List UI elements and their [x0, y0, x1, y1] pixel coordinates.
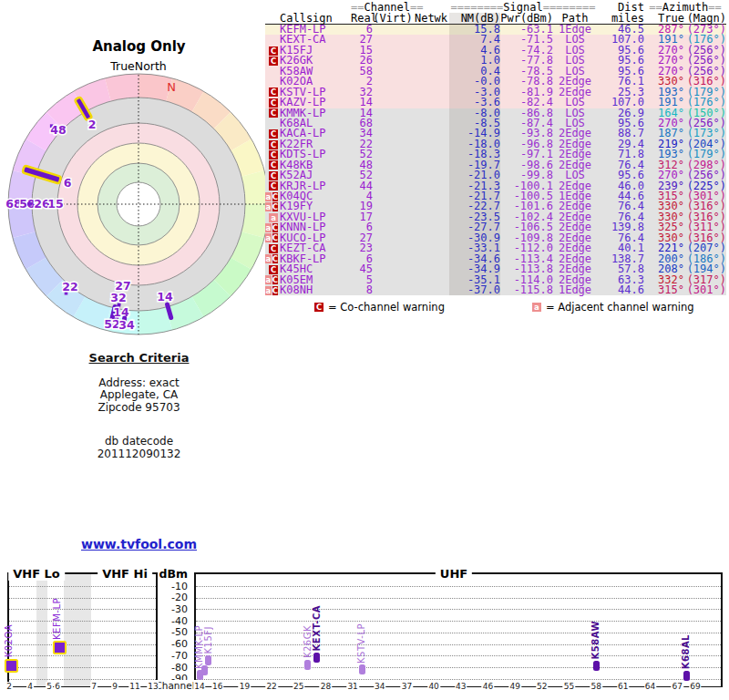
warning-markers: C [265, 88, 280, 98]
cell-network [413, 275, 449, 285]
channel-tick-label: 31 [346, 682, 358, 691]
warning-markers: C [265, 129, 280, 139]
cell-network [413, 25, 449, 35]
warning-markers [265, 25, 280, 35]
search-zipcode: Zipcode 95703 [27, 402, 251, 415]
gridline [9, 621, 156, 622]
station-channel-label: 32 [110, 291, 126, 304]
compass-sector [105, 74, 139, 101]
signal-bar-label: K15FJ [203, 626, 213, 654]
dbm-tick-label: -40 [157, 615, 188, 627]
cell-virt-channel [373, 285, 413, 295]
gridline [9, 598, 156, 599]
channel-tick-label: 25 [293, 682, 304, 691]
dbm-tick-label: -50 [157, 626, 188, 638]
cell-network [413, 160, 449, 170]
signal-table: ==Channel== ========Signal======== Dist … [265, 2, 726, 295]
signal-bar-label: KEXT-CA [312, 605, 322, 651]
co-channel-icon: C [272, 202, 279, 211]
adjacent-channel-icon: a [265, 233, 272, 242]
channel-tick-label: 13 [147, 682, 159, 691]
adjacent-channel-icon: a [265, 254, 272, 263]
co-channel-icon: C [269, 98, 278, 108]
table-body: KEFM-LP615.8-63.11Edge46.5287°(273°)KEXT… [265, 25, 726, 295]
warning-markers: C [265, 139, 280, 149]
gridline [196, 586, 721, 587]
tvfool-report: Analog Only TrueNorthN248668582615222732… [0, 0, 729, 700]
co-channel-icon: C [269, 140, 278, 149]
adjacent-channel-icon: a [532, 303, 541, 312]
cell-dist-miles: 44.6 [597, 285, 644, 295]
search-criteria-heading: Search Criteria [27, 352, 251, 365]
co-channel-icon: C [269, 171, 278, 180]
uhf-panel [194, 572, 723, 686]
gridline [196, 655, 721, 656]
signal-bar-label: K02OA [4, 624, 14, 657]
channel-tick-label: 46 [482, 682, 494, 691]
dbm-axis-label: dBm [155, 567, 188, 581]
warning-markers [265, 67, 280, 77]
cell-virt-channel [373, 170, 413, 180]
cell-network [413, 129, 449, 139]
channel-tick-label: 55 [563, 682, 575, 691]
co-channel-icon: C [269, 181, 278, 190]
station-channel-label: 52 [104, 317, 119, 331]
cell-network [413, 285, 449, 295]
gridline [196, 667, 721, 668]
station-channel-label: 6 [64, 176, 72, 190]
unused-band [64, 574, 91, 686]
tvfool-link[interactable]: www.tvfool.com [55, 537, 223, 551]
cell-network [413, 264, 449, 274]
co-channel-icon: C [269, 160, 278, 170]
warning-markers: aC [265, 285, 280, 295]
signal-bar-label: K58AW [590, 621, 601, 660]
cell-network [413, 201, 449, 211]
channel-tick-label: 40 [427, 682, 439, 691]
gridline [9, 586, 156, 587]
dbm-tick-label: -20 [157, 592, 188, 603]
cell-virt-channel [373, 254, 413, 264]
uhf-band-label: UHF [436, 567, 472, 581]
warning-markers: C [265, 98, 280, 108]
signal-bar [683, 671, 690, 681]
cell-virt-channel [373, 129, 413, 139]
warning-markers: C [265, 160, 280, 170]
warning-markers: aC [265, 254, 280, 264]
co-channel-icon: C [272, 223, 279, 232]
unused-band [36, 574, 47, 686]
cell-network [413, 77, 449, 87]
station-channel-label: 15 [47, 197, 63, 211]
channel-tick-label: 67 [671, 682, 683, 691]
cell-network [413, 149, 449, 160]
cell-virt-channel [373, 233, 413, 243]
gridline [9, 609, 156, 610]
channel-tick-label: 43 [455, 682, 467, 691]
co-channel-icon: C [269, 108, 278, 118]
search-city: Applegate, CA [27, 389, 251, 402]
adjacent-channel-icon: a [265, 275, 272, 284]
cell-virt-channel [373, 35, 413, 45]
warning-markers: C [265, 56, 280, 66]
station-marker-dot [29, 202, 33, 206]
gridline [196, 621, 721, 622]
azimuth-radar-plot: TrueNorthN24866858261522273214523414 [0, 0, 282, 346]
cell-virt-channel [373, 212, 413, 222]
true-north-label: TrueNorth [109, 59, 167, 73]
adjacent-channel-icon: a [265, 202, 272, 211]
channel-tick-label: 49 [508, 682, 520, 691]
cell-virt-channel [373, 149, 413, 160]
db-datecode-value: 201112090132 [27, 448, 251, 461]
co-channel-legend-text: = Co-channel warning [328, 301, 445, 314]
cell-network [413, 243, 449, 253]
cell-network [413, 139, 449, 149]
col-netwk: Netwk [413, 13, 449, 25]
search-address: Address: exact [27, 377, 251, 390]
cell-network [413, 35, 449, 45]
adjacent-channel-legend-text: = Adjacent channel warning [546, 301, 694, 314]
table-row: aCK08NH8-37.0-115.81Edge44.6315°(301°) [265, 285, 726, 295]
cell-network [413, 233, 449, 243]
table-legend: C = Co-channel warning a = Adjacent chan… [265, 301, 721, 314]
cell-virt-channel [373, 108, 413, 118]
channel-tick-label: 37 [401, 682, 413, 691]
cell-network [413, 108, 449, 118]
